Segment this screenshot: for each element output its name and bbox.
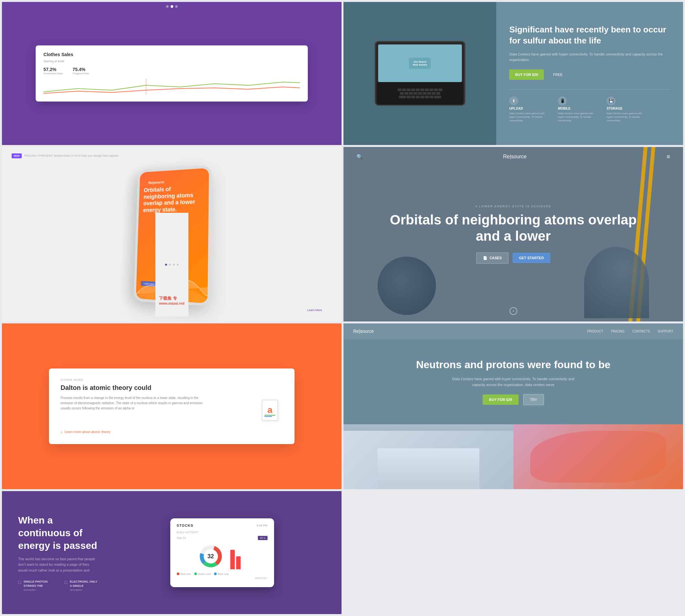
electron-icon: □ bbox=[65, 580, 67, 585]
menu-icon[interactable]: ≡ bbox=[666, 153, 670, 160]
cases-button[interactable]: 📄 CASES bbox=[476, 252, 509, 264]
stocks-title: STOCKS bbox=[177, 524, 194, 527]
stocks-time: 9:44 PM bbox=[257, 524, 268, 527]
dashboard-card: Clothes Sales Starting at $199 57.2% Con… bbox=[36, 45, 308, 102]
ipad-heading: Significant have recently been to occur … bbox=[509, 24, 670, 46]
ipad-screen: Our BrandNew knows bbox=[378, 44, 462, 82]
monthly-label: MONTHLY bbox=[255, 577, 268, 580]
website-buy-button[interactable]: BUY FOR $29 bbox=[483, 394, 518, 405]
nav-support[interactable]: SUPPORT bbox=[658, 330, 673, 333]
ipad-content: Our BrandNew knows bbox=[378, 44, 462, 82]
legend-label-red: Red Line bbox=[181, 573, 191, 575]
photon-icon: □ bbox=[18, 580, 21, 585]
learn-link[interactable]: ♪ Learn more about atomic theory bbox=[61, 430, 283, 434]
line-2 bbox=[264, 416, 272, 417]
mobile-icon: 📱 bbox=[558, 96, 567, 105]
ipad-text-content: Significant have recently been to occur … bbox=[496, 2, 683, 145]
upload-label: UPLOAD bbox=[509, 107, 548, 110]
present-text: PROUDLY PRESENT: ModernStart UI kit to h… bbox=[24, 154, 118, 157]
abstract-blob bbox=[530, 431, 666, 483]
phone-dot-3[interactable] bbox=[173, 264, 175, 266]
get-started-button[interactable]: GET STARTED bbox=[512, 253, 550, 263]
cta-buttons: 📄 CASES GET STARTED bbox=[378, 252, 649, 264]
carousel-dots bbox=[166, 5, 178, 8]
stats-body: The world has become so fast paced that … bbox=[18, 556, 99, 573]
site-logo: Re|source bbox=[353, 329, 374, 334]
website-heading: Neutrons and protons were found to be bbox=[416, 358, 611, 372]
scroll-circle bbox=[510, 307, 517, 315]
mobile-feature: 📱 MOBILE Data Centers have gained with h… bbox=[558, 96, 597, 123]
photon-sub: description bbox=[23, 588, 54, 592]
panel-phone: NEW PROUDLY PRESENT: ModernStart UI kit … bbox=[2, 147, 341, 322]
panel-dashboard: Clothes Sales Starting at $199 57.2% Con… bbox=[2, 2, 341, 145]
electron-sub: description bbox=[70, 588, 99, 592]
other-more-label: OTHER MORE bbox=[61, 378, 283, 381]
monthly-row: MONTHLY bbox=[177, 577, 268, 582]
stat-block-2: □ ELECTRONS, ONLY A SINGLE description bbox=[65, 580, 99, 591]
dot-1[interactable] bbox=[166, 5, 169, 8]
stat-2: 75.4% Progress Rate bbox=[73, 67, 89, 75]
cases-label: CASES bbox=[489, 256, 502, 260]
phone-dot-2[interactable] bbox=[169, 264, 171, 266]
panel-runners: 🔍 Re|source ≡ A LOWER ENERGY STATE IS AC… bbox=[344, 147, 683, 322]
free-label[interactable]: FREE bbox=[549, 69, 567, 80]
nav-pricing[interactable]: PRICING bbox=[611, 330, 625, 333]
info-card-body: Process results from a change in the ene… bbox=[61, 395, 283, 425]
search-icon[interactable]: 🔍 bbox=[356, 154, 363, 160]
card-doc-icon bbox=[257, 395, 283, 425]
electron-label: ELECTRONS, ONLY A SINGLE bbox=[70, 580, 99, 588]
website-try-button[interactable]: TRY bbox=[523, 394, 544, 405]
top-bar: NEW PROUDLY PRESENT: ModernStart UI kit … bbox=[2, 153, 341, 158]
learn-more-link[interactable]: Learn More bbox=[307, 308, 322, 312]
bar-chart-area bbox=[230, 543, 246, 569]
panel-info-card: OTHER MORE Dalton is atomic theory could… bbox=[2, 324, 341, 489]
energy-label: A LOWER ENERGY STATE IS ACHIEVED bbox=[378, 205, 649, 208]
dot-2[interactable] bbox=[171, 5, 173, 8]
storage-feature: 💾 STORAGE Data Centers have gained with … bbox=[606, 96, 645, 123]
photon-text: SINGLE PHOTON STRIKES THE description bbox=[23, 580, 54, 591]
legend-green: Green Line bbox=[194, 573, 211, 575]
doc-lines bbox=[264, 415, 275, 417]
stocks-legend: Red Line Green Line Blue Line bbox=[177, 573, 268, 575]
stats-row: 57.2% Conversion Rate 75.4% Progress Rat… bbox=[43, 67, 300, 75]
nav-contacts[interactable]: CONTACTS bbox=[633, 330, 650, 333]
stat-2-value: 75.4% bbox=[73, 67, 89, 72]
learn-link-text: Learn more about atomic theory bbox=[65, 430, 111, 434]
donut-chart-area: 32 bbox=[177, 543, 268, 569]
building-bg bbox=[344, 431, 513, 489]
runner-silhouette-1 bbox=[378, 257, 436, 315]
ipad-cta-row: BUY FOR $29 FREE bbox=[509, 69, 670, 80]
line-1 bbox=[264, 415, 275, 416]
upload-icon: ⬆ bbox=[509, 96, 518, 105]
website-cta: BUY FOR $29 TRY bbox=[483, 394, 544, 405]
storage-label: STORAGE bbox=[606, 107, 645, 110]
legend-label-blue: Blue Line bbox=[218, 573, 229, 575]
nav-product[interactable]: PRODUCT bbox=[587, 330, 603, 333]
stats-heading: When a continuous of energy is passed bbox=[18, 514, 99, 552]
stat-1-label: Conversion Rate bbox=[43, 72, 63, 75]
info-card-text: Process results from a change in the ene… bbox=[61, 395, 205, 411]
stats-left-text: When a continuous of energy is passed Th… bbox=[18, 514, 99, 592]
doc-icon: 📄 bbox=[483, 256, 487, 260]
legend-dot-blue bbox=[214, 573, 217, 575]
phone-screen-heading: Orbitals of neighboring atoms overlap an… bbox=[143, 184, 204, 214]
legend-label-green: Green Line bbox=[198, 573, 211, 575]
phone-dot-4[interactable] bbox=[177, 264, 179, 266]
watermark-line2: www.xiazai.red bbox=[159, 301, 184, 305]
panel-website: Re|source PRODUCT PRICING CONTACTS SUPPO… bbox=[344, 324, 683, 489]
nav-logo: Re|source bbox=[503, 154, 527, 160]
website-main: Neutrons and protons were found to be Da… bbox=[344, 339, 683, 424]
bottom-stats: □ SINGLE PHOTON STRIKES THE description … bbox=[18, 580, 99, 591]
feature-icons: ⬆ UPLOAD Data Centers have gained with h… bbox=[509, 90, 670, 123]
phone-dot-1[interactable] bbox=[165, 264, 167, 266]
buy-button[interactable]: BUY FOR $29 bbox=[509, 69, 544, 80]
electron-text: ELECTRONS, ONLY A SINGLE description bbox=[70, 580, 99, 591]
website-bottom-image bbox=[344, 424, 683, 489]
abstract-image bbox=[513, 424, 683, 489]
dot-3[interactable] bbox=[175, 5, 178, 8]
document-icon bbox=[262, 400, 278, 421]
daily-activity-label: DAILY ACTIVITY bbox=[177, 531, 268, 534]
activity-row: Sep 14 10↑1 bbox=[177, 536, 268, 540]
card-subtitle: Starting at $199 bbox=[43, 60, 300, 63]
building-shape bbox=[378, 448, 479, 489]
